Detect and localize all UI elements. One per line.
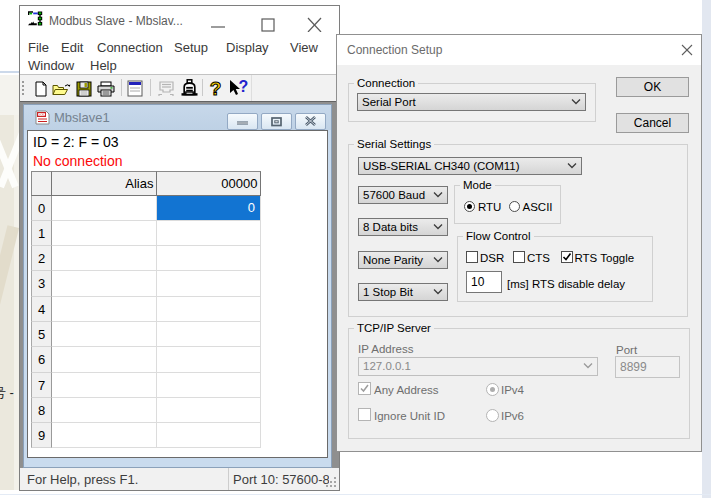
svg-text:?: ? xyxy=(210,79,222,97)
svg-text:?: ? xyxy=(239,79,249,95)
svg-text:DOC: DOC xyxy=(38,113,46,117)
